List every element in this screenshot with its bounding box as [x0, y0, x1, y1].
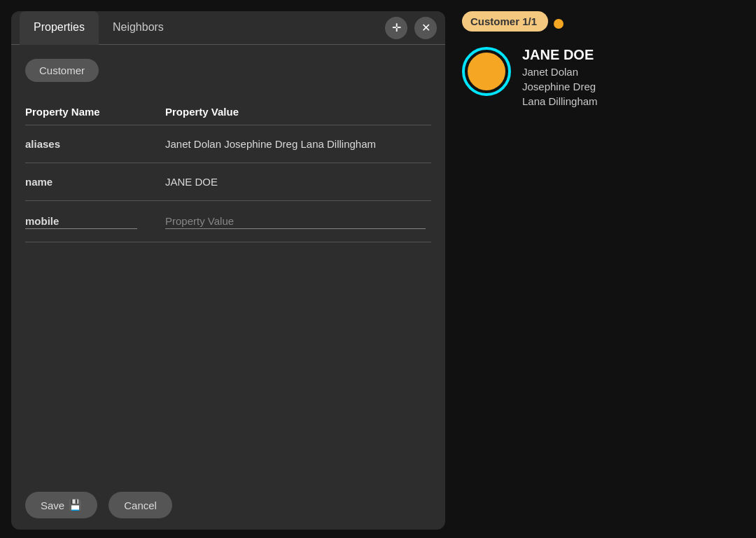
prop-name-mobile — [25, 201, 165, 242]
tab-bar: Properties Neighbors ✛ ✕ — [11, 11, 445, 45]
prop-name-aliases: aliases — [25, 125, 165, 163]
customer-pill: Customer 1/1 — [462, 11, 548, 32]
mobile-value-input[interactable] — [165, 214, 426, 229]
avatar-inner — [468, 53, 505, 90]
save-icon: 💾 — [69, 499, 82, 511]
panel-footer: Save 💾 Cancel — [11, 481, 445, 530]
move-button[interactable]: ✛ — [385, 17, 407, 39]
cancel-label: Cancel — [124, 499, 157, 511]
panel-content: Customer Property Name Property Value — [11, 45, 445, 481]
mobile-name-input[interactable] — [25, 214, 137, 229]
primary-name: JANE DOE — [522, 47, 598, 63]
close-button[interactable]: ✕ — [414, 17, 437, 39]
col-header-name: Property Name — [25, 99, 165, 125]
status-dot — [554, 19, 564, 29]
prop-value-name: JANE DOE — [165, 163, 431, 201]
col-header-value: Property Value — [165, 99, 431, 125]
prop-value-mobile — [165, 201, 431, 242]
property-table: Property Name Property Value aliases Jan… — [25, 99, 431, 242]
alias-2: Lana Dillingham — [522, 95, 598, 107]
prop-name-name: name — [25, 163, 165, 201]
identity-row: JANE DOE Janet Dolan Josephine Dreg Lana… — [462, 47, 742, 107]
tab-neighbors[interactable]: Neighbors — [99, 11, 178, 45]
name-block: JANE DOE Janet Dolan Josephine Dreg Lana… — [522, 47, 598, 107]
cancel-button[interactable]: Cancel — [108, 492, 172, 518]
prop-value-aliases: Janet Dolan Josephine Dreg Lana Dillingh… — [165, 125, 431, 163]
tab-properties[interactable]: Properties — [20, 11, 99, 45]
tab-action-icons: ✛ ✕ — [385, 17, 437, 39]
table-row: name JANE DOE — [25, 163, 431, 201]
properties-panel: Properties Neighbors ✛ ✕ Customer Proper… — [11, 11, 445, 530]
table-row: aliases Janet Dolan Josephine Dreg Lana … — [25, 125, 431, 163]
right-panel: Customer 1/1 JANE DOE Janet Dolan Joseph… — [462, 11, 742, 114]
alias-0: Janet Dolan — [522, 66, 598, 78]
avatar — [462, 47, 511, 96]
pill-row: Customer 1/1 — [462, 11, 742, 36]
customer-badge[interactable]: Customer — [25, 59, 99, 82]
save-label: Save — [41, 499, 64, 511]
alias-1: Josephine Dreg — [522, 81, 598, 92]
save-button[interactable]: Save 💾 — [25, 492, 97, 518]
table-row — [25, 201, 431, 242]
